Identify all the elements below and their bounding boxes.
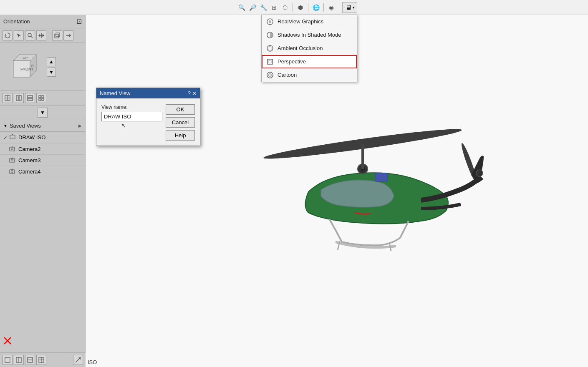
tool-icon-1[interactable]: 🔍: [237, 3, 246, 12]
svg-rect-29: [39, 98, 41, 101]
svg-point-4: [268, 46, 272, 50]
svg-point-34: [11, 148, 13, 150]
dropdown-item-realview[interactable]: RealView Graphics: [262, 15, 357, 28]
dialog-help-icon[interactable]: ?: [188, 90, 191, 96]
bottom-btn-1[interactable]: [3, 355, 13, 365]
separator-2: [308, 3, 308, 12]
cartoon-icon: [266, 71, 274, 79]
dropdown-arrow: ▾: [353, 5, 355, 10]
camera2-icon: [8, 145, 16, 153]
saved-views-label: Saved Views: [10, 123, 78, 129]
svg-marker-32: [12, 134, 13, 135]
view-btn-3[interactable]: [25, 93, 35, 103]
svg-rect-25: [28, 96, 33, 98]
svg-rect-12: [55, 34, 58, 38]
cartoon-label: Cartoon: [278, 72, 297, 78]
tool-icon-7[interactable]: 🌐: [311, 3, 320, 12]
camera3-icon: [8, 156, 16, 164]
panel-toolbar-2: [0, 91, 85, 106]
view-name-input[interactable]: [101, 112, 162, 121]
panel-toolbar-3: ▼: [0, 106, 85, 120]
view-btn-2[interactable]: [14, 93, 24, 103]
named-view-dialog: Named View ? ✕ View name: ↖ OK Cancel He…: [96, 88, 200, 146]
orientation-cube-svg[interactable]: FRONT TOP R: [5, 48, 43, 85]
ambient-icon: [266, 44, 274, 53]
dialog-close-icon[interactable]: ✕: [192, 90, 197, 96]
panel-btn-zoom[interactable]: [25, 30, 35, 40]
dialog-right: OK Cancel Help: [166, 104, 195, 141]
tool-icon-2[interactable]: 🔎: [248, 3, 257, 12]
tool-icon-8[interactable]: ◉: [327, 3, 336, 12]
view-btn-4[interactable]: [36, 93, 46, 103]
panel-btn-pan[interactable]: [36, 30, 46, 40]
svg-rect-6: [269, 60, 271, 63]
dropdown-item-perspective[interactable]: Perspective: [262, 55, 357, 68]
cube-nav-buttons: ▲ ▼: [47, 57, 56, 77]
nav-up[interactable]: ▲: [47, 57, 56, 66]
saved-views-header[interactable]: ▼ Saved Views ▶: [0, 120, 85, 132]
helicopter-view: [233, 108, 492, 292]
svg-point-56: [476, 170, 483, 176]
svg-marker-41: [11, 168, 13, 170]
display-settings-container: 🖥 ▾ RealView Graphics Shadows In Shaded …: [342, 2, 357, 13]
tool-icon-5[interactable]: ⬡: [280, 3, 290, 12]
display-dropdown-menu: RealView Graphics Shadows In Shaded Mode…: [261, 15, 357, 82]
left-panel: Orientation ⊡: [0, 15, 86, 367]
ok-button[interactable]: OK: [166, 104, 195, 115]
separator-1: [293, 3, 293, 12]
camera2-label: Camera2: [18, 146, 40, 152]
svg-point-1: [269, 20, 271, 23]
panel-close-icon[interactable]: ⊡: [76, 18, 82, 25]
camera-item-camera2[interactable]: Camera2: [0, 143, 85, 155]
svg-line-11: [31, 36, 33, 38]
saved-views-expand-icon: ▶: [78, 123, 82, 128]
separator-4: [339, 3, 339, 12]
svg-point-10: [28, 33, 31, 37]
svg-rect-42: [5, 357, 10, 362]
toolbar: 🔍 🔎 🔧 ⊞ ⬡ ⬢ 🌐 ◉ 🖥 ▾ RealView Graphics: [0, 0, 588, 15]
orientation-header: Orientation ⊡: [0, 15, 85, 28]
dialog-body: View name: ↖ OK Cancel Help: [96, 98, 200, 146]
bottom-btn-resize[interactable]: [73, 355, 83, 365]
view-name-label: View name:: [101, 104, 162, 110]
display-settings-button[interactable]: 🖥 ▾: [342, 2, 357, 13]
svg-text:FRONT: FRONT: [20, 67, 33, 71]
view-btn-1[interactable]: [3, 93, 13, 103]
bottom-btn-2[interactable]: [14, 355, 24, 365]
realview-icon: [266, 18, 274, 26]
nav-down[interactable]: ▼: [47, 68, 56, 77]
shadows-label: Shadows In Shaded Mode: [278, 32, 341, 38]
panel-btn-rotate[interactable]: [3, 30, 13, 40]
view-down-btn[interactable]: ▼: [38, 108, 48, 118]
cancel-button[interactable]: Cancel: [166, 117, 195, 128]
svg-rect-54: [375, 173, 388, 181]
tool-icon-4[interactable]: ⊞: [270, 3, 279, 12]
dropdown-item-cartoon[interactable]: Cartoon: [262, 68, 357, 82]
draw-iso-label: DRAW ISO: [18, 134, 45, 141]
camera-item-draw-iso[interactable]: ✓ DRAW ISO: [0, 132, 85, 143]
dialog-left: View name: ↖: [101, 104, 162, 141]
panel-btn-select[interactable]: [14, 30, 24, 40]
help-button[interactable]: Help: [166, 130, 195, 141]
svg-rect-26: [28, 98, 33, 101]
panel-toolbar-1: [0, 28, 85, 43]
red-x-indicator: [3, 337, 12, 346]
svg-rect-24: [19, 96, 21, 101]
tool-icon-3[interactable]: 🔧: [259, 3, 268, 12]
bottom-btn-3[interactable]: [25, 355, 35, 365]
camera-item-camera4[interactable]: Camera4: [0, 166, 85, 177]
svg-marker-35: [11, 146, 13, 147]
panel-btn-arrow[interactable]: [63, 30, 73, 40]
panel-btn-cube[interactable]: [52, 30, 62, 40]
camera4-icon: [8, 168, 16, 175]
svg-rect-27: [39, 96, 41, 98]
svg-point-37: [11, 159, 13, 161]
camera-item-camera3[interactable]: Camera3: [0, 155, 85, 166]
dropdown-item-ambient[interactable]: Ambient Occlusion: [262, 42, 357, 55]
helicopter-svg: [233, 108, 492, 292]
orientation-title: Orientation: [3, 18, 30, 25]
bottom-btn-4[interactable]: [36, 355, 46, 365]
tool-icon-6[interactable]: ⬢: [296, 3, 305, 12]
monitor-icon: 🖥: [345, 4, 352, 11]
dropdown-item-shadows[interactable]: Shadows In Shaded Mode: [262, 28, 357, 42]
